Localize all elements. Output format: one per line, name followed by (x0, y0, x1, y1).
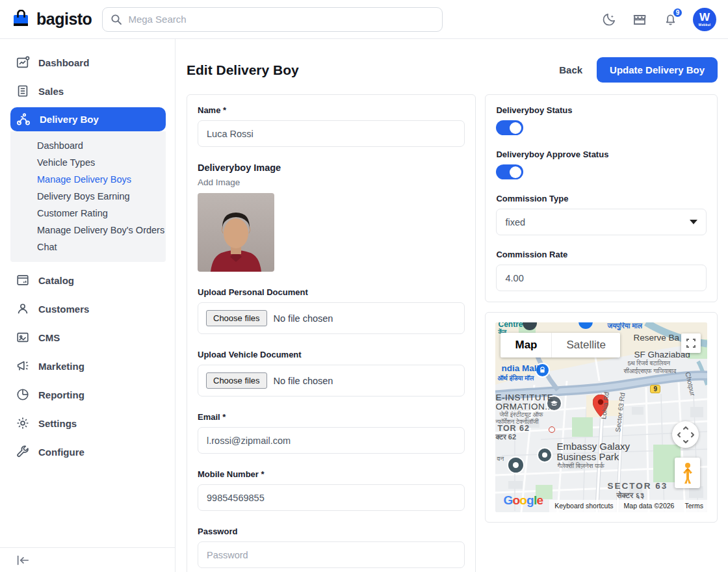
sidebar-collapse[interactable] (0, 547, 175, 572)
submenu-item-vehicle-types[interactable]: Vehicle Types (10, 154, 166, 171)
vehicle-document-file-input[interactable]: Choose files No file chosen (198, 365, 465, 396)
search-icon (110, 14, 122, 25)
sidebar-item-label: Configure (38, 447, 84, 458)
sidebar-item-configure[interactable]: Configure (0, 437, 175, 466)
sidebar: Dashboard Sales Deliv (0, 39, 176, 572)
email-input[interactable] (198, 427, 465, 454)
notifications-button[interactable]: 9 (662, 12, 678, 27)
marketing-icon (16, 359, 30, 373)
google-letter: g (526, 493, 534, 508)
sidebar-item-label: Sales (38, 86, 64, 97)
submenu-item-dashboard[interactable]: Dashboard (10, 137, 166, 154)
shopping-bag-icon (12, 10, 31, 29)
chevron-down-icon (690, 220, 697, 224)
submenu-item-customer-rating[interactable]: Customer Rating (10, 205, 166, 222)
google-logo[interactable]: Google (503, 493, 543, 508)
submenu-item-delivery-boys-earning[interactable]: Delivery Boys Earning (10, 188, 166, 205)
sidebar-item-cms[interactable]: CMS (0, 323, 175, 352)
back-button[interactable]: Back (559, 64, 582, 75)
sidebar-item-reporting[interactable]: Reporting (0, 380, 175, 409)
settings-icon (16, 416, 30, 430)
account-avatar[interactable]: W Webkul (693, 8, 716, 31)
bagisto-logo[interactable]: bagisto (12, 10, 92, 29)
sidebar-item-sales[interactable]: Sales (0, 77, 175, 105)
delivery-boy-photo[interactable] (198, 193, 274, 272)
image-section-title: Deliveryboy Image (198, 162, 465, 173)
sales-icon (16, 84, 30, 98)
storefront-button[interactable] (632, 12, 647, 27)
map-type-satellite-button[interactable]: Satellite (551, 333, 619, 358)
file-chosen-status: No file chosen (274, 313, 333, 324)
map-type-map-button[interactable]: Map (500, 333, 551, 358)
catalog-icon (16, 273, 30, 287)
image-section: Deliveryboy Image Add Image (198, 162, 465, 272)
sidebar-item-label: Dashboard (38, 57, 89, 68)
commission-type-group: Commission Type fixed (496, 194, 707, 235)
sidebar-item-catalog[interactable]: Catalog (0, 266, 175, 294)
password-input[interactable] (198, 541, 465, 568)
customers-icon (16, 302, 30, 316)
mobile-label: Mobile Number * (198, 469, 465, 479)
sidebar-item-customers[interactable]: Customers (0, 294, 175, 323)
delivery-boy-form-card: Name * Deliveryboy Image Add Image (187, 94, 476, 572)
sidebar-item-label: Settings (38, 418, 77, 429)
map-data-text: Map data ©2026 (624, 502, 675, 510)
terms-link[interactable]: Terms (684, 502, 703, 510)
submenu-item-chat[interactable]: Chat (10, 239, 166, 255)
dashboard-icon (16, 55, 30, 70)
google-letter: o (519, 493, 526, 508)
email-label: Email * (198, 412, 465, 422)
sidebar-item-dashboard[interactable]: Dashboard (0, 48, 175, 77)
commission-rate-input[interactable] (496, 265, 707, 291)
sidebar-item-settings[interactable]: Settings (0, 409, 175, 437)
sidebar-item-label: Customers (38, 304, 89, 315)
approve-status-toggle[interactable] (496, 164, 523, 179)
sidebar-item-delivery-boy[interactable]: Delivery Boy (10, 107, 166, 131)
collapse-icon (16, 554, 30, 567)
file-chosen-status: No file chosen (274, 376, 333, 386)
personal-document-file-input[interactable]: Choose files No file chosen (198, 302, 465, 334)
pegman-control[interactable] (675, 458, 700, 488)
add-image-link[interactable]: Add Image (198, 177, 465, 187)
map-type-control: Map Satellite (500, 333, 619, 358)
location-marker-pin[interactable] (593, 395, 608, 417)
station-dot (513, 462, 519, 468)
reporting-icon (16, 387, 30, 402)
configure-icon (16, 445, 30, 459)
choose-files-button[interactable]: Choose files (206, 310, 267, 326)
status-settings-card: Deliveryboy Status Deliveryboy Approve S… (485, 94, 718, 302)
sidebar-nav: Dashboard Sales Deliv (0, 39, 175, 547)
toggle-knob (510, 166, 521, 178)
delivery-boy-icon (16, 112, 31, 127)
fullscreen-button[interactable] (681, 333, 701, 353)
avatar-label: Webkul (699, 23, 711, 27)
sidebar-item-label: Reporting (38, 389, 84, 400)
update-delivery-boy-button[interactable]: Update Delivery Boy (597, 57, 718, 83)
pan-control[interactable] (672, 421, 699, 448)
submenu-item-manage-delivery-boys[interactable]: Manage Delivery Boys (10, 171, 166, 188)
commission-type-select[interactable]: fixed (496, 209, 707, 235)
keyboard-shortcuts-link[interactable]: Keyboard shortcuts (554, 502, 613, 510)
commission-type-label: Commission Type (496, 194, 707, 203)
fullscreen-icon (686, 339, 696, 348)
mobile-field-group: Mobile Number * (198, 469, 465, 511)
search-input[interactable] (128, 14, 434, 25)
shopping-bag-icon (539, 367, 546, 374)
name-input[interactable] (198, 120, 465, 147)
dark-mode-button[interactable] (601, 12, 617, 27)
submenu-item-manage-delivery-boys-orders[interactable]: Manage Delivery Boy's Orders (10, 222, 166, 239)
deliveryboy-status-toggle[interactable] (496, 120, 523, 135)
sidebar-item-label: Marketing (38, 361, 84, 372)
name-field-group: Name * (198, 105, 465, 147)
password-field-group: Password (198, 526, 465, 568)
commission-rate-label: Commission Rate (496, 250, 707, 259)
status-group: Deliveryboy Status (496, 105, 707, 135)
location-map-card: 9 Centre केंद्र जयपुरिया माल Reserve Ba … (485, 312, 718, 523)
toggle-knob (510, 122, 521, 134)
brand-name: bagisto (36, 10, 92, 29)
mega-search[interactable] (102, 7, 443, 32)
google-map[interactable]: 9 Centre केंद्र जयपुरिया माल Reserve Ba … (495, 322, 707, 512)
mobile-input[interactable] (198, 484, 465, 511)
sidebar-item-marketing[interactable]: Marketing (0, 352, 175, 380)
choose-files-button[interactable]: Choose files (206, 372, 267, 389)
